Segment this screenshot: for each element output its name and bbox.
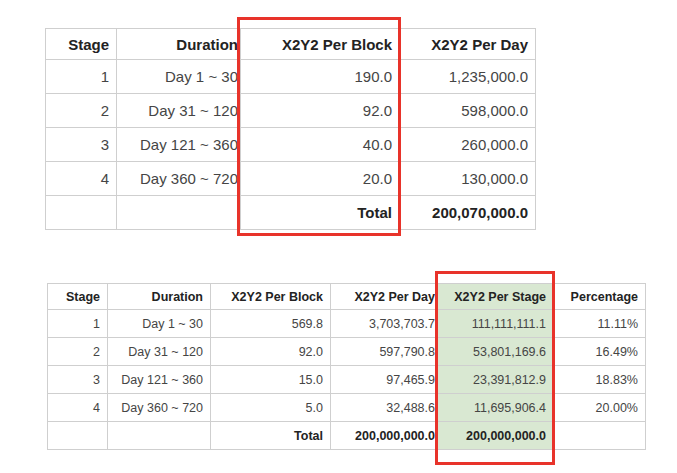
- cell-per-day: 32,488.6: [331, 394, 438, 422]
- cell-empty: [46, 196, 117, 230]
- column-header-per-block: X2Y2 Per Block: [241, 29, 400, 60]
- cell-stage: 1: [48, 310, 108, 338]
- cell-total-value: 200,070,000.0: [400, 196, 536, 230]
- cell-duration: Day 1 ~ 30: [117, 60, 241, 94]
- table-row: 4 Day 360 ~ 720 5.0 32,488.6 11,695,906.…: [48, 394, 646, 422]
- cell-duration: Day 31 ~ 120: [117, 94, 241, 128]
- cell-per-day: 97,465.9: [331, 366, 438, 394]
- cell-duration: Day 121 ~ 360: [117, 128, 241, 162]
- cell-duration: Day 360 ~ 720: [108, 394, 211, 422]
- cell-total-value: 200,000,000.0: [438, 422, 554, 450]
- cell-percentage: 11.11%: [554, 310, 646, 338]
- column-header-per-day: X2Y2 Per Day: [331, 284, 438, 310]
- table-row: 3 Day 121 ~ 360 40.0 260,000.0: [46, 128, 536, 162]
- table-header-row: Stage Duration X2Y2 Per Block X2Y2 Per D…: [46, 29, 536, 60]
- cell-per-block: 40.0: [241, 128, 400, 162]
- cell-per-block: 92.0: [241, 94, 400, 128]
- cell-total-label: Total: [241, 196, 400, 230]
- cell-duration: Day 1 ~ 30: [108, 310, 211, 338]
- column-header-stage: Stage: [48, 284, 108, 310]
- cell-per-stage: 11,695,906.4: [438, 394, 554, 422]
- column-header-duration: Duration: [117, 29, 241, 60]
- cell-per-block: 5.0: [211, 394, 331, 422]
- cell-stage: 1: [46, 60, 117, 94]
- cell-per-stage: 111,111,111.1: [438, 310, 554, 338]
- cell-per-day: 597,790.8: [331, 338, 438, 366]
- cell-duration: Day 31 ~ 120: [108, 338, 211, 366]
- cell-empty: [108, 422, 211, 450]
- cell-per-block: 92.0: [211, 338, 331, 366]
- cell-per-block: 190.0: [241, 60, 400, 94]
- cell-percentage: 20.00%: [554, 394, 646, 422]
- cell-stage: 4: [48, 394, 108, 422]
- cell-duration: Day 121 ~ 360: [108, 366, 211, 394]
- cell-total-value: 200,000,000.0: [331, 422, 438, 450]
- table-row: 3 Day 121 ~ 360 15.0 97,465.9 23,391,812…: [48, 366, 646, 394]
- cell-per-day: 130,000.0: [400, 162, 536, 196]
- cell-stage: 3: [48, 366, 108, 394]
- cell-total-label: Total: [211, 422, 331, 450]
- cell-duration: Day 360 ~ 720: [117, 162, 241, 196]
- table-total-row: Total 200,070,000.0: [46, 196, 536, 230]
- table-row: 1 Day 1 ~ 30 190.0 1,235,000.0: [46, 60, 536, 94]
- cell-per-day: 598,000.0: [400, 94, 536, 128]
- schedule-table-bottom: Stage Duration X2Y2 Per Block X2Y2 Per D…: [47, 283, 646, 450]
- table-header-row: Stage Duration X2Y2 Per Block X2Y2 Per D…: [48, 284, 646, 310]
- cell-stage: 2: [46, 94, 117, 128]
- page-canvas: Stage Duration X2Y2 Per Block X2Y2 Per D…: [0, 0, 677, 473]
- cell-per-day: 1,235,000.0: [400, 60, 536, 94]
- cell-stage: 4: [46, 162, 117, 196]
- column-header-stage: Stage: [46, 29, 117, 60]
- column-header-per-stage: X2Y2 Per Stage: [438, 284, 554, 310]
- cell-per-block: 15.0: [211, 366, 331, 394]
- table-total-row: Total 200,000,000.0 200,000,000.0: [48, 422, 646, 450]
- cell-empty: [48, 422, 108, 450]
- cell-per-day: 3,703,703.7: [331, 310, 438, 338]
- schedule-table-top: Stage Duration X2Y2 Per Block X2Y2 Per D…: [45, 28, 536, 230]
- cell-per-stage: 53,801,169.6: [438, 338, 554, 366]
- table-row: 4 Day 360 ~ 720 20.0 130,000.0: [46, 162, 536, 196]
- column-header-duration: Duration: [108, 284, 211, 310]
- cell-empty: [117, 196, 241, 230]
- cell-per-day: 260,000.0: [400, 128, 536, 162]
- cell-stage: 3: [46, 128, 117, 162]
- cell-percentage: 16.49%: [554, 338, 646, 366]
- cell-per-stage: 23,391,812.9: [438, 366, 554, 394]
- table-row: 1 Day 1 ~ 30 569.8 3,703,703.7 111,111,1…: [48, 310, 646, 338]
- cell-empty: [554, 422, 646, 450]
- cell-percentage: 18.83%: [554, 366, 646, 394]
- column-header-percentage: Percentage: [554, 284, 646, 310]
- column-header-per-block: X2Y2 Per Block: [211, 284, 331, 310]
- cell-per-block: 569.8: [211, 310, 331, 338]
- table-row: 2 Day 31 ~ 120 92.0 598,000.0: [46, 94, 536, 128]
- cell-stage: 2: [48, 338, 108, 366]
- cell-per-block: 20.0: [241, 162, 400, 196]
- column-header-per-day: X2Y2 Per Day: [400, 29, 536, 60]
- table-row: 2 Day 31 ~ 120 92.0 597,790.8 53,801,169…: [48, 338, 646, 366]
